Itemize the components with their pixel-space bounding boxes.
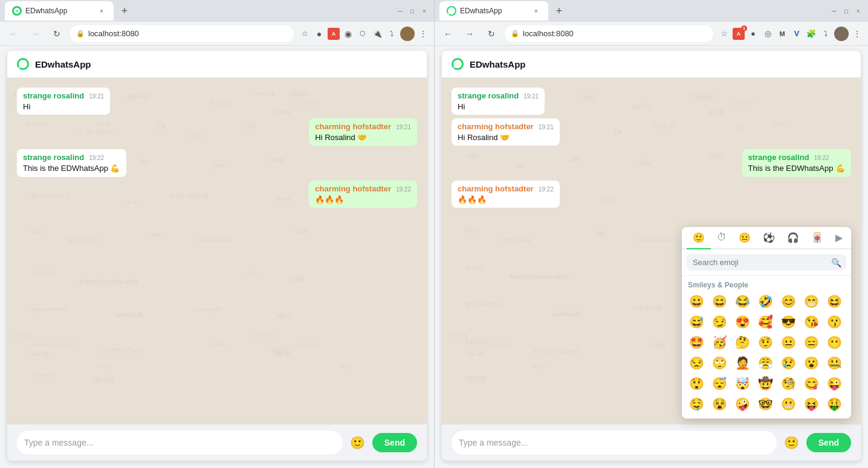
forward-btn-right[interactable]: → — [461, 25, 478, 42]
emoji-raised-eyebrow[interactable]: 🤨 — [756, 333, 775, 352]
forward-btn-left[interactable]: → — [27, 25, 44, 42]
message-input-left[interactable]: Type a message... — [17, 431, 343, 455]
svg-text:a·b=b+a: a·b=b+a — [465, 339, 488, 345]
emoji-face6[interactable]: 😝 — [802, 394, 821, 414]
emoji-cowboy[interactable]: 🤠 — [756, 374, 775, 393]
emoji-unamused[interactable]: 😒 — [687, 353, 706, 373]
minimize-left[interactable]: ─ — [395, 6, 405, 16]
emoji-zipper[interactable]: 🤐 — [824, 353, 844, 373]
emoji-blush[interactable]: 😊 — [779, 292, 798, 311]
ext-puzzle-right[interactable]: 🧩 — [805, 28, 817, 40]
back-btn-left[interactable]: ← — [5, 25, 22, 42]
minimize-right[interactable]: ─ — [829, 6, 839, 16]
emoji-face1[interactable]: 🤤 — [687, 394, 706, 414]
emoji-neutral[interactable]: 😐 — [779, 333, 798, 352]
emoji-rofl[interactable]: 🤣 — [756, 292, 775, 311]
emoji-exploding[interactable]: 🤯 — [733, 374, 752, 393]
tab-left[interactable]: EDwhatsApp × — [5, 1, 114, 21]
emoji-monocle[interactable]: 🧐 — [779, 374, 798, 393]
maximize-left[interactable]: □ — [407, 6, 417, 16]
emoji-starstruck[interactable]: 🤩 — [687, 333, 706, 352]
ext-ring-right[interactable]: ◎ — [762, 28, 774, 40]
emoji-tab-smileys[interactable]: 🙂 — [687, 227, 711, 249]
emoji-tab-recent[interactable]: ⏱ — [711, 227, 733, 249]
emoji-big-smile[interactable]: 😁 — [802, 292, 821, 311]
reload-btn-left[interactable]: ↻ — [48, 25, 65, 42]
bookmark-icon-left[interactable]: ☆ — [299, 28, 311, 40]
emoji-wink-tongue[interactable]: 😜 — [824, 374, 844, 393]
emoji-button-left[interactable]: 🙂 — [348, 433, 368, 452]
emoji-facepalm[interactable]: 🤦 — [733, 353, 752, 373]
emoji-thinking[interactable]: 🤔 — [733, 333, 752, 352]
emoji-sad[interactable]: 😢 — [779, 353, 798, 373]
emoji-expressionless[interactable]: 😑 — [802, 333, 821, 352]
profile-avatar-right[interactable] — [834, 27, 849, 41]
message-input-right[interactable]: Type a message... — [452, 431, 777, 455]
emoji-hushed[interactable]: 😮 — [802, 353, 821, 373]
maximize-right[interactable]: □ — [841, 6, 851, 16]
emoji-sleeping[interactable]: 😴 — [710, 374, 729, 393]
emoji-star-eyes[interactable]: 🥰 — [756, 312, 775, 332]
emoji-search-input[interactable] — [687, 254, 846, 271]
tab-close-left[interactable]: × — [97, 6, 106, 16]
ext-m-right[interactable]: M — [776, 28, 788, 40]
emoji-tab-symbols[interactable]: 🀄 — [805, 227, 829, 249]
emoji-tab-objects[interactable]: 🎧 — [781, 227, 805, 249]
emoji-laugh[interactable]: 😆 — [824, 292, 844, 311]
emoji-face2[interactable]: 😵 — [710, 394, 729, 414]
emoji-cool[interactable]: 😎 — [779, 312, 798, 332]
emoji-scrollable[interactable]: Smileys & People 😀 😄 😂 🤣 😊 😁 😆 😅 😏 😍 🥰 😎… — [682, 276, 851, 418]
emoji-no-mouth[interactable]: 😶 — [824, 333, 844, 352]
emoji-heart-eyes[interactable]: 😍 — [733, 312, 752, 332]
ext-v-right[interactable]: V — [791, 28, 803, 40]
send-button-right[interactable]: Send — [806, 433, 851, 452]
emoji-astonished[interactable]: 😲 — [687, 374, 706, 393]
tab-close-right[interactable]: × — [531, 6, 541, 16]
emoji-button-right[interactable]: 🙂 — [782, 433, 802, 452]
emoji-kiss2[interactable]: 😗 — [824, 312, 844, 332]
new-tab-left[interactable]: + — [116, 2, 133, 19]
menu-left[interactable]: ⋮ — [417, 28, 429, 40]
svg-text:Σ=0 xy=29: Σ=0 xy=29 — [633, 304, 662, 311]
emoji-tab-people[interactable]: 😐 — [733, 227, 757, 249]
extension6-left[interactable]: ⤵ — [386, 28, 398, 40]
bookmark-icon-right[interactable]: ☆ — [718, 28, 730, 40]
extension1-left[interactable]: ● — [313, 28, 325, 40]
back-btn-right[interactable]: ← — [439, 25, 456, 42]
emoji-face4[interactable]: 🤓 — [756, 394, 775, 414]
emoji-smirk[interactable]: 😏 — [710, 312, 729, 332]
emoji-face7[interactable]: 🤑 — [824, 394, 844, 414]
emoji-kiss[interactable]: 😘 — [802, 312, 821, 332]
emoji-tab-flags[interactable]: ▶ — [829, 227, 849, 249]
ext-download-right[interactable]: ⤵ — [820, 28, 832, 40]
extension4-left[interactable]: ⬡ — [357, 28, 369, 40]
emoji-party[interactable]: 🥳 — [710, 333, 729, 352]
svg-text:√2ab: √2ab — [211, 341, 224, 348]
emoji-roll-eyes[interactable]: 🙄 — [710, 353, 729, 373]
emoji-face5[interactable]: 😬 — [779, 394, 798, 414]
new-tab-right[interactable]: + — [551, 2, 568, 19]
extension5-left[interactable]: 🔌 — [371, 28, 383, 40]
emoji-picker[interactable]: 🙂 ⏱ 😐 ⚽ 🎧 🀄 ▶ 🔍 Smileys & People 😀 — [682, 227, 851, 418]
emoji-grinning[interactable]: 😀 — [687, 292, 706, 311]
extension2-left[interactable]: A — [328, 28, 340, 40]
address-box-left[interactable]: 🔒 localhost:8080 — [70, 25, 294, 42]
send-button-left[interactable]: Send — [372, 433, 417, 452]
emoji-grin[interactable]: 😄 — [710, 292, 729, 311]
emoji-triumph[interactable]: 😤 — [756, 353, 775, 373]
reload-btn-right[interactable]: ↻ — [483, 25, 500, 42]
address-box-right[interactable]: 🔒 localhost:8080 — [505, 25, 713, 42]
extension3-left[interactable]: ◉ — [342, 28, 354, 40]
emoji-yum[interactable]: 😋 — [802, 374, 821, 393]
profile-avatar-left[interactable] — [400, 27, 415, 41]
menu-right[interactable]: ⋮ — [851, 28, 863, 40]
emoji-joy[interactable]: 😂 — [733, 292, 752, 311]
ext-circle-right[interactable]: ● — [747, 28, 759, 40]
emoji-sweat-smile[interactable]: 😅 — [687, 312, 706, 332]
emoji-face3[interactable]: 🤪 — [733, 394, 752, 414]
ext-red-right[interactable]: A 1 — [733, 28, 745, 40]
close-window-right[interactable]: × — [853, 6, 863, 16]
close-window-left[interactable]: × — [419, 6, 429, 16]
tab-right[interactable]: EDwhatsApp × — [439, 1, 548, 21]
emoji-tab-activities[interactable]: ⚽ — [757, 227, 781, 249]
